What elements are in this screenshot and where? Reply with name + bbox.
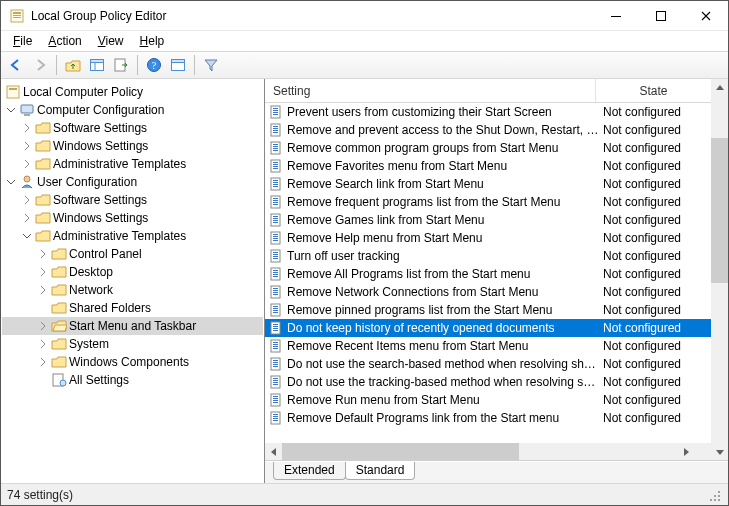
window-title: Local Group Policy Editor [31, 9, 593, 23]
setting-icon [267, 357, 285, 371]
tree-item[interactable]: Windows Settings [2, 137, 263, 155]
scroll-left-icon[interactable] [265, 443, 282, 460]
list-row[interactable]: Remove pinned programs list from the Sta… [265, 301, 711, 319]
menu-help[interactable]: Help [132, 33, 173, 49]
svg-rect-50 [273, 204, 278, 205]
list-row[interactable]: Remove Recent Items menu from Start Menu… [265, 337, 711, 355]
list-row[interactable]: Remove common program groups from Start … [265, 139, 711, 157]
tree-computer-config[interactable]: Computer Configuration [2, 101, 263, 119]
folder-icon [50, 246, 68, 262]
svg-rect-62 [273, 252, 278, 253]
help-button[interactable]: ? [143, 54, 165, 76]
tree-admin-templates[interactable]: Administrative Templates [2, 227, 263, 245]
setting-icon [267, 411, 285, 425]
collapse-icon[interactable] [4, 105, 18, 115]
list-row[interactable]: Remove Games link from Start MenuNot con… [265, 211, 711, 229]
expand-icon[interactable] [20, 123, 34, 133]
list-row[interactable]: Remove Search link from Start MenuNot co… [265, 175, 711, 193]
horizontal-scrollbar[interactable] [265, 443, 711, 460]
svg-rect-37 [273, 162, 278, 163]
list-row[interactable]: Remove Network Connections from Start Me… [265, 283, 711, 301]
maximize-button[interactable] [638, 1, 683, 30]
setting-state: Not configured [599, 375, 711, 389]
tree-item[interactable]: Network [2, 281, 263, 299]
svg-rect-30 [273, 132, 278, 133]
tree-item[interactable]: Windows Components [2, 353, 263, 371]
svg-rect-22 [273, 108, 278, 109]
list-header: Setting State [265, 79, 711, 103]
svg-rect-4 [611, 16, 621, 17]
svg-rect-105 [273, 402, 278, 403]
tree-root[interactable]: Local Computer Policy [2, 83, 263, 101]
scroll-down-icon[interactable] [711, 443, 728, 460]
export-list-button[interactable] [110, 54, 132, 76]
list-row[interactable]: Do not keep history of recently opened d… [265, 319, 711, 337]
folder-icon [50, 264, 68, 280]
minimize-button[interactable] [593, 1, 638, 30]
svg-rect-55 [273, 222, 278, 223]
tree-item[interactable]: Control Panel [2, 245, 263, 263]
tree-user-config[interactable]: User Configuration [2, 173, 263, 191]
svg-rect-104 [273, 400, 278, 401]
list-row[interactable]: Do not use the tracking-based method whe… [265, 373, 711, 391]
folder-icon [34, 210, 52, 226]
svg-rect-95 [273, 366, 278, 367]
list-row[interactable]: Turn off user trackingNot configured [265, 247, 711, 265]
list-row[interactable]: Prevent users from customizing their Sta… [265, 103, 711, 121]
tab-standard[interactable]: Standard [345, 462, 416, 480]
tree-item[interactable]: Software Settings [2, 191, 263, 209]
setting-label: Remove Run menu from Start Menu [287, 393, 599, 407]
up-folder-button[interactable] [62, 54, 84, 76]
setting-label: Remove Help menu from Start Menu [287, 231, 599, 245]
list-row[interactable]: Remove and prevent access to the Shut Do… [265, 121, 711, 139]
setting-state: Not configured [599, 177, 711, 191]
properties-button[interactable] [167, 54, 189, 76]
vertical-scrollbar[interactable] [711, 79, 728, 460]
list-row[interactable]: Remove Favorites menu from Start MenuNot… [265, 157, 711, 175]
tree-item[interactable]: Desktop [2, 263, 263, 281]
column-header-setting[interactable]: Setting [265, 79, 596, 102]
list-row[interactable]: Remove All Programs list from the Start … [265, 265, 711, 283]
tree-item[interactable]: Shared Folders [2, 299, 263, 317]
list-row[interactable]: Do not use the search-based method when … [265, 355, 711, 373]
scroll-up-icon[interactable] [711, 79, 728, 96]
svg-rect-84 [273, 328, 278, 329]
setting-icon [267, 303, 285, 317]
tree-toggle-button[interactable] [86, 54, 108, 76]
menu-action[interactable]: Action [40, 33, 89, 49]
svg-rect-54 [273, 220, 278, 221]
tree-item[interactable]: System [2, 335, 263, 353]
svg-rect-82 [273, 324, 278, 325]
scroll-right-icon[interactable] [677, 443, 694, 460]
folder-icon [34, 228, 52, 244]
svg-rect-39 [273, 166, 278, 167]
svg-rect-85 [273, 330, 278, 331]
tree-item-start-menu-taskbar[interactable]: Start Menu and Taskbar [2, 317, 263, 335]
svg-rect-43 [273, 182, 278, 183]
resize-grip-icon[interactable] [706, 487, 722, 503]
list-row[interactable]: Remove Help menu from Start MenuNot conf… [265, 229, 711, 247]
svg-rect-42 [273, 180, 278, 181]
list-row[interactable]: Remove frequent programs list from the S… [265, 193, 711, 211]
horizontal-scroll-thumb[interactable] [282, 443, 519, 460]
tree-item[interactable]: Administrative Templates [2, 155, 263, 173]
menu-file[interactable]: File [5, 33, 40, 49]
column-header-state[interactable]: State [596, 79, 711, 102]
menu-view[interactable]: View [90, 33, 132, 49]
tree-item[interactable]: Windows Settings [2, 209, 263, 227]
svg-rect-74 [273, 292, 278, 293]
folder-icon [50, 354, 68, 370]
svg-rect-49 [273, 202, 278, 203]
close-button[interactable] [683, 1, 728, 30]
vertical-scroll-thumb[interactable] [711, 138, 728, 284]
filter-button[interactable] [200, 54, 222, 76]
list-row[interactable]: Remove Default Programs link from the St… [265, 409, 711, 427]
tab-extended[interactable]: Extended [273, 462, 346, 480]
svg-rect-88 [273, 344, 278, 345]
folder-icon [34, 138, 52, 154]
tree-item[interactable]: Software Settings [2, 119, 263, 137]
back-button[interactable] [5, 54, 27, 76]
tree-item-all-settings[interactable]: All Settings [2, 371, 263, 389]
list-row[interactable]: Remove Run menu from Start MenuNot confi… [265, 391, 711, 409]
forward-button[interactable] [29, 54, 51, 76]
